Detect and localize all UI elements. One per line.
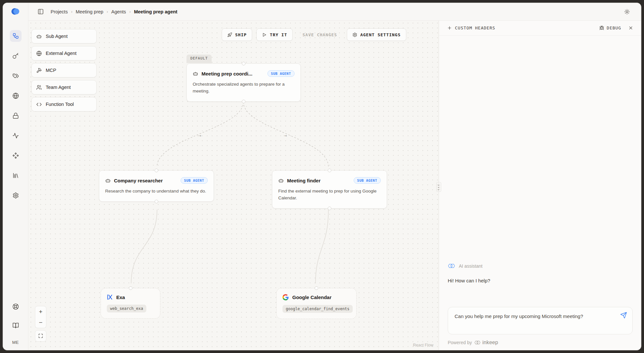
sun-icon xyxy=(624,9,630,15)
palette-item-sub-agent[interactable]: Sub Agent xyxy=(31,29,97,43)
palette-item-label: Function Tool xyxy=(46,102,74,107)
user-avatar[interactable]: ME xyxy=(12,339,19,345)
rail-item-keys[interactable] xyxy=(10,50,22,62)
flow-canvas[interactable]: → → Sub Agent External Agent MCP Team Ag… xyxy=(28,21,439,350)
code-icon xyxy=(36,102,42,107)
node-handle-bottom[interactable] xyxy=(155,200,158,203)
assistant-greeting-message: Hi! How can I help? xyxy=(448,278,633,283)
node-handle-top[interactable] xyxy=(129,286,132,290)
globe-icon xyxy=(36,51,42,56)
close-panel-button[interactable] xyxy=(628,25,633,30)
chat-input[interactable]: Can you help me prep for my upcoming Mic… xyxy=(455,312,595,321)
tool-title: Exa xyxy=(116,294,125,300)
chat-input-box: Can you help me prep for my upcoming Mic… xyxy=(448,307,633,334)
send-button[interactable] xyxy=(620,312,627,320)
node-palette: Sub Agent External Agent MCP Team Agent … xyxy=(31,29,97,111)
play-icon xyxy=(262,32,267,37)
bot-icon xyxy=(193,71,198,76)
rail-item-settings[interactable] xyxy=(10,190,22,201)
breadcrumb-projects[interactable]: Projects xyxy=(51,9,68,14)
component-icon xyxy=(12,152,19,159)
exa-logo-icon xyxy=(107,294,113,300)
node-title: Meeting finder xyxy=(287,178,321,183)
theme-toggle-button[interactable] xyxy=(622,7,632,17)
node-handle-bottom[interactable] xyxy=(328,207,331,210)
inkeep-assistant-icon xyxy=(448,262,455,269)
rail-item-external[interactable] xyxy=(10,90,22,102)
node-handle-top[interactable] xyxy=(328,169,331,172)
node-description: Research the company to understand what … xyxy=(105,188,208,195)
canvas-toolbar: SHIP TRY IT SAVE CHANGES AGENT SETTINGS xyxy=(222,28,406,41)
rocket-icon xyxy=(227,32,232,37)
rail-item-help[interactable] xyxy=(10,301,22,312)
tool-id-pill: google_calendar_find_events xyxy=(282,305,353,313)
palette-item-mcp[interactable]: MCP xyxy=(31,63,97,77)
agent-node-meeting-finder[interactable]: Meeting finder SUB AGENT Find the extern… xyxy=(272,170,387,209)
breadcrumb-meeting-prep[interactable]: Meeting prep xyxy=(76,9,104,14)
react-flow-attribution[interactable]: React Flow xyxy=(413,343,433,347)
bug-icon xyxy=(599,25,604,30)
bot-icon xyxy=(36,34,42,39)
agent-settings-button-label: AGENT SETTINGS xyxy=(360,32,401,37)
save-changes-button[interactable]: SAVE CHANGES xyxy=(297,28,343,41)
custom-headers-button[interactable]: CUSTOM HEADERS xyxy=(447,25,495,30)
tool-node-exa[interactable]: Exa web_search_exa xyxy=(101,288,160,319)
bot-icon xyxy=(278,178,284,183)
node-handle-top[interactable] xyxy=(155,169,158,172)
sub-agent-badge: SUB AGENT xyxy=(181,177,208,184)
agent-settings-button[interactable]: AGENT SETTINGS xyxy=(347,28,406,41)
key-icon xyxy=(12,53,19,59)
palette-item-label: MCP xyxy=(46,68,56,73)
sidebar-toggle-button[interactable] xyxy=(36,7,45,17)
zoom-controls: + − xyxy=(35,306,46,342)
rail-item-activity[interactable] xyxy=(10,130,22,142)
breadcrumb: Projects › Meeting prep › Agents › Meeti… xyxy=(51,9,177,14)
sub-agent-badge: SUB AGENT xyxy=(354,177,381,184)
gear-icon xyxy=(352,32,357,37)
agent-node-coordinator[interactable]: Meeting prep coordi... SUB AGENT Orchest… xyxy=(186,63,301,102)
hammer-icon xyxy=(36,68,42,73)
ship-button[interactable]: SHIP xyxy=(222,28,252,41)
panel-left-icon xyxy=(38,8,44,15)
send-icon xyxy=(620,312,627,319)
node-handle-top[interactable] xyxy=(242,62,246,65)
inkeep-logo xyxy=(11,7,20,16)
palette-item-label: Team Agent xyxy=(46,85,71,90)
gear-icon xyxy=(12,192,19,199)
debug-label: DEBUG xyxy=(607,25,621,30)
close-icon xyxy=(628,25,633,30)
tool-node-google-calendar[interactable]: Google Calendar google_calendar_find_eve… xyxy=(276,288,357,319)
library-icon xyxy=(12,172,19,179)
try-it-chat-panel: CUSTOM HEADERS DEBUG AI assistant Hi! Ho… xyxy=(439,21,641,350)
zoom-out-button[interactable]: − xyxy=(35,317,46,328)
palette-item-label: Sub Agent xyxy=(46,34,68,39)
save-changes-button-label: SAVE CHANGES xyxy=(302,32,337,37)
breadcrumb-agents[interactable]: Agents xyxy=(111,9,126,14)
powered-by-link[interactable]: Powered by inkeep xyxy=(448,340,633,345)
top-header: Projects › Meeting prep › Agents › Meeti… xyxy=(28,3,641,21)
breadcrumb-current-page: Meeting prep agent xyxy=(134,9,177,14)
custom-headers-label: CUSTOM HEADERS xyxy=(455,25,495,30)
palette-item-function-tool[interactable]: Function Tool xyxy=(31,97,97,111)
node-description: Find the external meeting to prep for us… xyxy=(278,188,381,202)
agent-node-company-researcher[interactable]: Company researcher SUB AGENT Research th… xyxy=(99,170,214,202)
palette-item-team-agent[interactable]: Team Agent xyxy=(31,80,97,94)
google-logo-icon xyxy=(282,294,289,300)
workflow-icon xyxy=(12,33,19,39)
tool-title: Google Calendar xyxy=(292,294,331,300)
node-handle-top[interactable] xyxy=(315,286,318,290)
rail-item-components[interactable] xyxy=(10,150,22,161)
edge-arrow-icon: → xyxy=(283,132,288,138)
rail-item-tags[interactable] xyxy=(10,70,22,82)
fit-view-button[interactable] xyxy=(35,330,46,341)
rail-item-library[interactable] xyxy=(10,170,22,181)
panel-resize-handle[interactable] xyxy=(436,182,441,192)
palette-item-external-agent[interactable]: External Agent xyxy=(31,46,97,60)
rail-item-docs[interactable] xyxy=(10,320,22,331)
zoom-in-button[interactable]: + xyxy=(35,306,46,317)
node-handle-bottom[interactable] xyxy=(242,100,246,103)
rail-item-credentials[interactable] xyxy=(10,110,22,122)
try-it-button[interactable]: TRY IT xyxy=(256,28,293,41)
rail-item-workflow[interactable] xyxy=(10,30,22,42)
debug-button[interactable]: DEBUG xyxy=(599,25,621,30)
